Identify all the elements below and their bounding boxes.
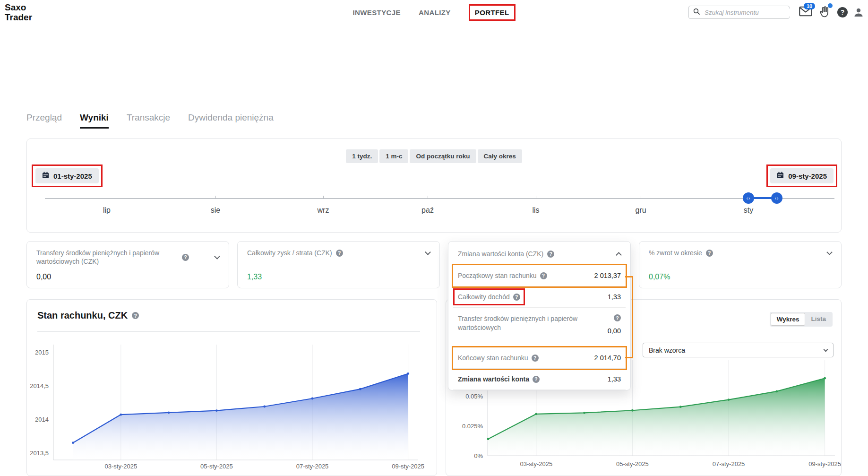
benchmark-select[interactable]: Brak wzorca xyxy=(643,343,834,357)
tab-transakcje[interactable]: Transakcje xyxy=(127,113,170,129)
calendar-icon xyxy=(777,172,784,180)
svg-text:2014,5: 2014,5 xyxy=(30,382,49,389)
search-box xyxy=(688,6,790,19)
help-icon[interactable] xyxy=(547,251,554,258)
month-label: lis xyxy=(532,206,539,215)
tab-dywidenda[interactable]: Dywidenda pieniężna xyxy=(188,113,274,129)
toggle-wykres[interactable]: Wykres xyxy=(771,313,806,326)
end-date-picker[interactable]: 09-sty-2025 xyxy=(770,168,834,183)
svg-text:0%: 0% xyxy=(474,452,483,459)
slider-handle-right[interactable]: ‹› xyxy=(771,192,782,204)
annotation-box-total-income: Całkowity dochód xyxy=(458,293,520,301)
svg-text:03-sty-2025: 03-sty-2025 xyxy=(520,460,552,467)
slider-tick xyxy=(215,196,216,199)
slider-track[interactable] xyxy=(45,198,834,199)
date-range-panel: 1 tydz. 1 m-c Od początku roku Cały okre… xyxy=(26,138,842,233)
total-profit-card: Całkowity zysk / strata (CZK) 1,33 xyxy=(237,241,440,288)
slider-tick xyxy=(323,196,324,199)
hand-icon xyxy=(819,11,830,19)
slider-tick xyxy=(641,196,641,199)
tab-wyniki[interactable]: Wyniki xyxy=(80,113,109,129)
balance-chart-title: Stan rachunku, CZK xyxy=(37,310,128,321)
nav-item-portfel[interactable]: PORTFEL xyxy=(469,4,516,21)
chevron-up-icon[interactable] xyxy=(616,252,622,258)
help-icon[interactable] xyxy=(532,355,539,362)
start-date-picker[interactable]: 01-sty-2025 xyxy=(35,168,99,183)
search-icon xyxy=(693,8,700,17)
help-icon[interactable] xyxy=(336,250,343,257)
row-initial-balance: Początkowy stan rachunku 2 013,37 xyxy=(453,265,626,286)
svg-text:07-sty-2025: 07-sty-2025 xyxy=(296,463,329,470)
month-label: paź xyxy=(421,206,434,215)
summary-cards-row: Transfery środków pieniężnych i papierów… xyxy=(26,241,842,288)
balance-chart-card: Stan rachunku, CZK 20152014,520142013,50… xyxy=(26,299,437,476)
portfolio-page: Saxo Trader INWESTYCJE ANALIZY PORTFEL 1… xyxy=(0,0,868,476)
account-change-card: Zmiana wartości konta (CZK) Początkowy s… xyxy=(448,241,631,288)
card-title: Transfery środków pieniężnych i papierów… xyxy=(36,249,178,266)
help-icon[interactable] xyxy=(132,312,139,319)
balance-area-chart: 20152014,520142013,503-sty-202505-sty-20… xyxy=(27,300,438,476)
help-button[interactable]: ? xyxy=(837,7,848,20)
help-icon[interactable] xyxy=(533,376,540,383)
chevron-down-icon xyxy=(824,347,828,352)
nav-item-inwestycje[interactable]: INWESTYCJE xyxy=(352,9,401,17)
month-label: gru xyxy=(635,206,646,215)
card-value: 0,07% xyxy=(649,273,670,281)
slider-tick xyxy=(107,196,107,199)
start-date-label: 01-sty-2025 xyxy=(53,172,92,180)
transfers-card: Transfery środków pieniężnych i papierów… xyxy=(26,241,229,288)
svg-text:05-sty-2025: 05-sty-2025 xyxy=(200,463,233,470)
period-presets: 1 tydz. 1 m-c Od początku roku Cały okre… xyxy=(27,149,841,163)
chevron-down-icon[interactable] xyxy=(214,253,220,260)
calendar-icon xyxy=(42,172,49,180)
nav-item-analizy[interactable]: ANALIZY xyxy=(419,9,451,17)
annotation-box-start-date: 01-sty-2025 xyxy=(32,164,103,187)
svg-text:0.05%: 0.05% xyxy=(465,393,483,400)
svg-text:2014: 2014 xyxy=(35,416,49,423)
preset-1-tydz[interactable]: 1 tydz. xyxy=(346,149,378,163)
end-date-label: 09-sty-2025 xyxy=(788,172,827,180)
chevron-down-icon[interactable] xyxy=(826,249,833,255)
slider-tick xyxy=(428,196,428,199)
month-label: wrz xyxy=(318,206,329,215)
card-value: 1,33 xyxy=(247,273,262,281)
month-label: sie xyxy=(211,206,220,215)
top-bar: Saxo Trader INWESTYCJE ANALIZY PORTFEL 1… xyxy=(0,0,868,25)
row-total-income: Całkowity dochód 1,33 xyxy=(453,286,626,308)
portfolio-tabs: Przegląd Wyniki Transakcje Dywidenda pie… xyxy=(26,113,274,129)
svg-text:0.025%: 0.025% xyxy=(462,423,483,430)
profile-button[interactable] xyxy=(853,7,864,19)
slider-handle-left[interactable]: ‹› xyxy=(743,192,754,204)
hand-button[interactable] xyxy=(819,6,830,20)
card-title: % zwrot w okresie xyxy=(649,249,702,257)
slider-tick xyxy=(536,196,536,199)
mail-badge: 10 xyxy=(804,3,815,9)
account-change-panel: Zmiana wartości konta (CZK) Początkowy s… xyxy=(448,241,631,390)
search-input[interactable] xyxy=(704,9,790,17)
help-icon[interactable] xyxy=(182,254,189,261)
card-value: 0,00 xyxy=(36,273,51,281)
help-icon[interactable] xyxy=(540,272,547,279)
svg-text:?: ? xyxy=(841,9,845,16)
chevron-down-icon[interactable] xyxy=(425,249,431,255)
tab-przeglad[interactable]: Przegląd xyxy=(26,113,62,129)
mail-icon xyxy=(799,10,812,18)
preset-1-mc[interactable]: 1 m-c xyxy=(379,149,408,163)
help-icon[interactable] xyxy=(706,250,713,257)
svg-text:09-sty-2025: 09-sty-2025 xyxy=(808,460,841,467)
view-toggle: Wykres Lista xyxy=(770,312,833,327)
toggle-lista[interactable]: Lista xyxy=(805,313,832,326)
help-icon[interactable] xyxy=(614,314,621,321)
help-icon[interactable] xyxy=(513,294,520,301)
month-label: lip xyxy=(103,206,111,215)
svg-text:03-sty-2025: 03-sty-2025 xyxy=(105,463,138,470)
svg-text:2013,5: 2013,5 xyxy=(30,450,49,457)
preset-od-poczatku-roku[interactable]: Od początku roku xyxy=(410,149,476,163)
person-icon xyxy=(853,7,864,17)
svg-text:07-sty-2025: 07-sty-2025 xyxy=(713,460,745,467)
card-title: Całkowity zysk / strata (CZK) xyxy=(247,249,332,257)
svg-text:2015: 2015 xyxy=(35,349,49,356)
row-transfers: Transfer środków pieniężnych i papierów … xyxy=(453,308,626,347)
card-title: Zmiana wartości konta (CZK) xyxy=(458,250,543,258)
preset-caly-okres[interactable]: Cały okres xyxy=(478,149,522,163)
